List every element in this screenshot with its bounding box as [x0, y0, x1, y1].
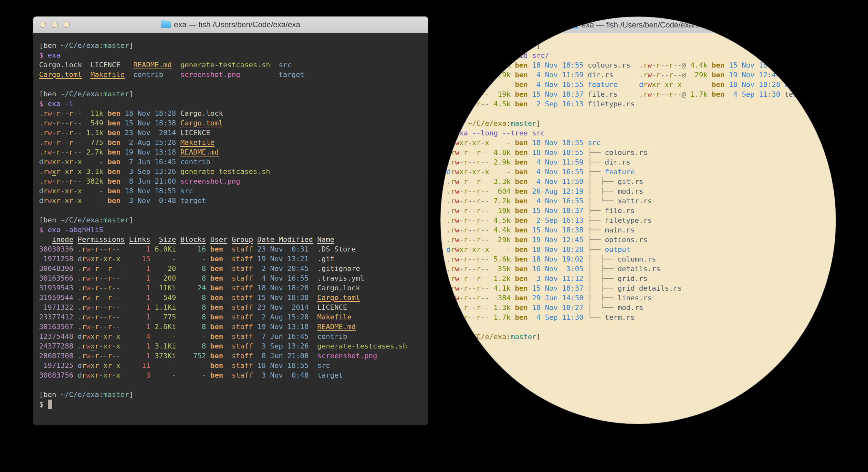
terminal-text-segment: staff [223, 303, 253, 311]
terminal-text-segment: exa [48, 51, 61, 59]
terminal-text-segment: term.rs [785, 90, 815, 98]
permission-char: w [86, 313, 90, 321]
permission-char: - [468, 207, 472, 215]
permission-char: r [107, 303, 112, 311]
terminal-text-segment: 23 Nov 2014 [121, 129, 176, 137]
permission-char: w [455, 265, 459, 273]
permission-char: r [476, 100, 481, 108]
permission-char: r [476, 177, 481, 185]
permission-char: x [652, 81, 656, 89]
permission-char: r [451, 216, 455, 224]
terminal-text-segment: 382k [82, 177, 103, 185]
terminal-line: [ben ~/C/e/exa:master] [446, 41, 830, 51]
close-button[interactable] [40, 22, 46, 28]
terminal-line: [ben ~/C/e/exa:master] [39, 41, 422, 51]
minimize-button[interactable] [52, 22, 58, 28]
terminal-text-segment: 24 [176, 284, 206, 292]
terminal-text-segment: ] [129, 41, 133, 50]
permission-char: r [451, 255, 455, 263]
terminal-text-segment: 4 Nov 16:55 [528, 197, 583, 205]
terminal-text-segment: : [99, 90, 103, 98]
permission-char: - [459, 265, 464, 273]
permission-char: d [78, 332, 82, 341]
terminal-text-segment [73, 255, 78, 263]
terminal-text-segment: │ ├── [588, 255, 618, 263]
terminal-text-segment [583, 158, 588, 166]
permission-char: . [39, 129, 43, 137]
permission-char: x [472, 139, 476, 147]
permission-char: r [56, 148, 60, 156]
left-titlebar[interactable]: exa — fish /Users/ben/Code/exa/exa [33, 17, 428, 33]
permission-char: x [459, 245, 464, 254]
permission-char: r [69, 168, 73, 176]
terminal-text-segment [630, 61, 639, 69]
permission-char: - [481, 313, 485, 321]
permission-char: w [455, 274, 459, 283]
terminal-text-segment: 35k [489, 265, 511, 273]
right-terminal-body[interactable]: [ben ~/C/e/exa:master]$ exa --long --gri… [441, 33, 836, 359]
terminal-text-segment: 1.3k [489, 303, 511, 312]
permission-char: r [69, 129, 73, 137]
permission-char: - [90, 245, 95, 253]
terminal-text-segment: staff [223, 332, 253, 341]
terminal-text-segment: Permissions [78, 235, 125, 243]
permission-char: w [455, 71, 459, 79]
terminal-text-segment [583, 187, 588, 195]
permission-char: - [677, 61, 682, 69]
terminal-text-segment: 1 [121, 245, 151, 253]
terminal-text-segment: ben [103, 197, 121, 205]
permission-char: r [451, 274, 455, 283]
left-terminal-body[interactable]: [ben ~/C/e/exa:master]$ exaCargo.lock LI… [33, 33, 428, 417]
permission-char: - [481, 158, 485, 166]
terminal-text-segment [240, 70, 279, 79]
permission-char: - [73, 197, 78, 205]
terminal-text-segment: .gitignore [317, 264, 360, 272]
permission-char: - [65, 138, 69, 146]
permission-char: - [485, 255, 489, 263]
terminal-text-segment [583, 245, 588, 254]
permission-char: r [82, 332, 86, 341]
zoom-button[interactable] [64, 22, 70, 28]
terminal-line: .rw-r--r-- 7.2k ben 4 Nov 16:55 │ └── xa… [446, 196, 830, 206]
terminal-text-segment: ] [129, 390, 133, 399]
permission-char: r [464, 245, 468, 254]
permission-char: w [86, 294, 90, 302]
terminal-text-segment: 7 Jun 16:45 [253, 332, 309, 341]
terminal-text-segment: ben [511, 303, 528, 312]
permission-char: r [82, 274, 86, 282]
permission-char: x [103, 332, 107, 341]
terminal-text-segment: 18 Nov 19:02 [528, 255, 583, 263]
zoom-button[interactable] [471, 22, 477, 28]
terminal-line: .rwxr-xr-x 3.1k ben 3 Sep 13:26 generate… [39, 167, 422, 177]
terminal-text-segment: inode [52, 235, 73, 243]
permission-char: d [78, 361, 82, 370]
permission-char: - [52, 177, 56, 185]
terminal-text-segment: target [279, 70, 304, 79]
terminal-line: [ben ~/C/e/exa:master] [446, 119, 830, 128]
permission-char: d [39, 197, 43, 205]
terminal-line: [ben ~/C/e/exa:master] [446, 332, 830, 342]
terminal-text-segment: grid_details.rs [618, 284, 682, 292]
permission-char: - [485, 303, 489, 312]
permission-char: - [468, 81, 472, 89]
permission-char: - [459, 61, 464, 69]
terminal-text-segment: ben [103, 119, 121, 127]
terminal-text-segment [583, 197, 588, 205]
right-titlebar[interactable]: exa — fish /Users/ben/Code/exa/exa [441, 17, 836, 33]
terminal-line: .rw-r--r-- 4.4k ben 15 Nov 18:38 ├── mai… [446, 225, 830, 235]
permission-char: - [60, 119, 65, 127]
permission-char: r [95, 371, 99, 379]
terminal-text-segment: │ ├── [588, 284, 618, 292]
terminal-line: .rw-r--r-- 1.1k ben 23 Nov 2014 LICENCE [39, 128, 422, 138]
permission-char: - [73, 158, 78, 166]
permission-char: r [82, 371, 86, 379]
terminal-text-segment: 4 Nov 11:59 [528, 71, 583, 79]
permission-char: - [485, 284, 489, 292]
terminal-text-segment: file.rs [605, 207, 635, 215]
close-button[interactable] [447, 22, 453, 28]
minimize-button[interactable] [459, 22, 465, 28]
terminal-text-segment: : [506, 333, 510, 341]
terminal-text-segment: - [489, 168, 511, 176]
permission-char: w [48, 177, 52, 185]
terminal-line: drwxr-xr-x - ben 3 Nov 0:48 target [39, 196, 422, 206]
